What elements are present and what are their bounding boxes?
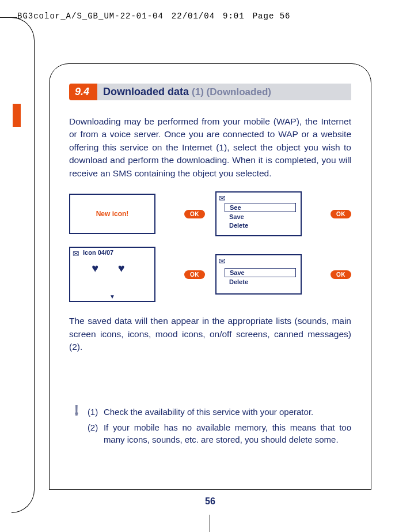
footnotes: !• (1) Check the availability of this se… xyxy=(74,406,351,449)
header-file: BG3color_A/S_GB_UM-22-01-04 xyxy=(17,12,164,21)
ok-button[interactable]: OK xyxy=(184,270,205,279)
menu-item-save[interactable]: Save xyxy=(225,268,296,277)
section-title-main: Downloaded data xyxy=(103,86,189,97)
paragraph-saved-data: The saved data will then appear in the a… xyxy=(69,315,351,353)
section-number: 9.4 xyxy=(69,84,97,100)
menu-item-delete[interactable]: Delete xyxy=(227,221,296,229)
message-icon: ✉ xyxy=(219,256,226,266)
header-page: Page 56 xyxy=(253,12,291,21)
footnote-number: (1) xyxy=(88,406,104,418)
message-icon: ✉ xyxy=(73,249,79,258)
down-arrow-icon: ▼ xyxy=(109,293,115,300)
footnote-list: (1) Check the availability of this servi… xyxy=(88,406,351,449)
footnote-1: (1) Check the availability of this servi… xyxy=(88,406,351,418)
footnote-text: If your mobile has no available memory, … xyxy=(104,421,351,446)
screen-menu-see: ✉ See Save Delete xyxy=(215,191,302,236)
menu-list: Save Delete xyxy=(227,268,296,286)
screen-icon-browser: ✉ Icon 04/07 ♥ ♥ ▼ xyxy=(69,247,155,302)
section-subtitle: (1) (Downloaded) xyxy=(192,86,271,97)
ok-button[interactable]: OK xyxy=(184,210,205,218)
footnote-2: (2) If your mobile has no available memo… xyxy=(88,421,351,446)
screen-new-icon: New icon! xyxy=(69,194,155,234)
menu-item-see[interactable]: See xyxy=(225,203,296,212)
tab-edge xyxy=(12,17,35,513)
footnote-text: Check the availability of this service w… xyxy=(104,406,351,418)
ok-button[interactable]: OK xyxy=(331,210,351,218)
menu-item-save[interactable]: Save xyxy=(227,213,296,221)
intro-paragraph: Downloading may be performed from your m… xyxy=(69,115,351,180)
icon-row: ♥ ♥ xyxy=(70,262,154,275)
crop-mark xyxy=(210,515,210,532)
icon-counter: Icon 04/07 xyxy=(83,249,113,256)
section-title: Downloaded data (1) (Downloaded) xyxy=(97,84,351,100)
exclamation-icon: !• xyxy=(74,407,79,449)
color-tab xyxy=(13,104,21,127)
menu-item-delete[interactable]: Delete xyxy=(227,278,296,286)
new-icon-label: New icon! xyxy=(96,210,129,218)
page-frame: 9.4 Downloaded data (1) (Downloaded) Dow… xyxy=(49,63,371,490)
menu-list: See Save Delete xyxy=(227,203,296,229)
message-icon: ✉ xyxy=(219,194,226,203)
header-time: 9:01 xyxy=(223,12,245,21)
screen-menu-save: ✉ Save Delete xyxy=(215,254,302,295)
footnote-number: (2) xyxy=(88,421,104,446)
page-number: 56 xyxy=(205,496,215,507)
print-header: BG3color_A/S_GB_UM-22-01-04 22/01/04 9:0… xyxy=(17,12,378,21)
section-header: 9.4 Downloaded data (1) (Downloaded) xyxy=(69,84,351,100)
header-date: 22/01/04 xyxy=(172,12,215,21)
screens-grid: New icon! OK ✉ See Save Delete OK ✉ Icon… xyxy=(69,191,351,302)
ok-button[interactable]: OK xyxy=(331,270,351,279)
